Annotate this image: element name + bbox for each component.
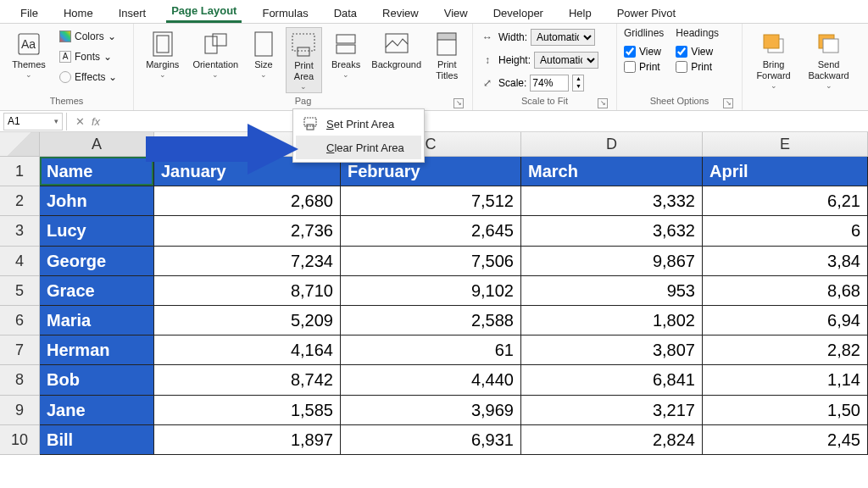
cell[interactable]: March xyxy=(521,157,703,186)
tab-help[interactable]: Help xyxy=(564,3,597,23)
tab-formulas[interactable]: Formulas xyxy=(257,3,313,23)
row-header[interactable]: 2 xyxy=(0,186,40,216)
cell[interactable]: 7,512 xyxy=(341,186,521,216)
cancel-icon[interactable]: ✕ xyxy=(75,115,85,128)
print-area-button[interactable]: Print Area⌄ xyxy=(286,27,323,93)
sheet-options-launcher[interactable]: ↘ xyxy=(723,98,733,108)
clear-print-area-item[interactable]: Clear Print Area xyxy=(296,136,421,159)
cell[interactable]: 3,807 xyxy=(521,336,703,365)
cell[interactable]: 6,931 xyxy=(341,425,521,455)
height-select[interactable]: Automatic xyxy=(534,52,598,69)
cell[interactable]: 2,736 xyxy=(154,216,341,246)
cell[interactable]: 2,824 xyxy=(521,425,703,455)
orientation-button[interactable]: Orientation⌄ xyxy=(190,27,242,93)
row-header[interactable]: 8 xyxy=(0,365,40,395)
cell[interactable]: Herman xyxy=(40,336,154,365)
name-box[interactable]: A1▾ xyxy=(3,113,63,130)
cell[interactable]: 2,588 xyxy=(341,306,521,336)
tab-data[interactable]: Data xyxy=(329,3,362,23)
cell[interactable]: 953 xyxy=(521,276,703,306)
tab-home[interactable]: Home xyxy=(58,3,98,23)
cell[interactable]: Bob xyxy=(40,365,154,395)
scale-input[interactable] xyxy=(530,75,569,92)
cell[interactable]: 61 xyxy=(341,336,521,365)
cell[interactable]: Jane xyxy=(40,396,154,425)
cell[interactable]: Maria xyxy=(40,306,154,336)
tab-power-pivot[interactable]: Power Pivot xyxy=(612,3,681,23)
breaks-button[interactable]: Breaks⌄ xyxy=(327,27,364,93)
headings-print-checkbox[interactable] xyxy=(676,61,687,73)
margins-button[interactable]: Margins⌄ xyxy=(141,27,185,93)
size-button[interactable]: Size⌄ xyxy=(247,27,281,93)
cell[interactable]: 8,742 xyxy=(154,365,341,395)
fx-icon[interactable]: fx xyxy=(92,115,100,128)
row-header[interactable]: 6 xyxy=(0,306,40,336)
tab-developer[interactable]: Developer xyxy=(488,3,548,23)
colors-button[interactable]: Colors ⌄ xyxy=(56,27,120,46)
cell[interactable]: 1,585 xyxy=(154,396,341,425)
cell[interactable]: George xyxy=(40,247,154,276)
width-select[interactable]: Automatic xyxy=(531,29,595,46)
bring-forward-button[interactable]: Bring Forward⌄ xyxy=(749,27,798,93)
tab-page-layout[interactable]: Page Layout xyxy=(166,1,242,23)
col-header-D[interactable]: D xyxy=(521,132,703,156)
gridlines-view-checkbox[interactable] xyxy=(624,46,636,58)
cell[interactable]: 3,84 xyxy=(703,247,868,276)
cell[interactable]: 1,50 xyxy=(703,396,868,425)
tab-file[interactable]: File xyxy=(15,3,43,23)
cell[interactable]: 8,68 xyxy=(703,276,868,306)
set-print-area-item[interactable]: Set Print Area xyxy=(296,112,421,136)
effects-button[interactable]: Effects ⌄ xyxy=(56,68,120,86)
cell[interactable]: 3,969 xyxy=(341,396,521,425)
cell[interactable]: 1,14 xyxy=(703,365,868,395)
cell[interactable]: 4,440 xyxy=(341,365,521,395)
row-header[interactable]: 7 xyxy=(0,336,40,365)
cell[interactable]: 2,45 xyxy=(703,425,868,455)
tab-view[interactable]: View xyxy=(439,3,473,23)
cell[interactable]: 3,217 xyxy=(521,396,703,425)
row-header[interactable]: 9 xyxy=(0,396,40,425)
tab-insert[interactable]: Insert xyxy=(114,3,152,23)
row-header[interactable]: 5 xyxy=(0,276,40,306)
scale-spinner[interactable]: ▲▼ xyxy=(572,75,584,92)
cell[interactable]: 7,506 xyxy=(341,247,521,276)
select-all-corner[interactable] xyxy=(0,132,40,156)
print-titles-button[interactable]: Print Titles xyxy=(428,27,465,93)
cell[interactable]: 7,234 xyxy=(154,247,341,276)
fonts-button[interactable]: AFonts ⌄ xyxy=(56,47,120,66)
cell[interactable]: 6 xyxy=(703,216,868,246)
cell[interactable]: 9,867 xyxy=(521,247,703,276)
themes-button[interactable]: Aa Themes⌄ xyxy=(7,27,51,93)
cell[interactable]: 5,209 xyxy=(154,306,341,336)
cell[interactable]: 1,802 xyxy=(521,306,703,336)
cell[interactable]: 3,332 xyxy=(521,186,703,216)
background-button[interactable]: Background xyxy=(370,27,423,93)
cell[interactable]: 3,632 xyxy=(521,216,703,246)
cell[interactable]: Lucy xyxy=(40,216,154,246)
cell[interactable]: 9,102 xyxy=(341,276,521,306)
row-header[interactable]: 4 xyxy=(0,247,40,276)
cell[interactable]: 4,164 xyxy=(154,336,341,365)
row-header[interactable]: 1 xyxy=(0,157,40,186)
col-header-E[interactable]: E xyxy=(703,132,868,156)
cell[interactable]: Bill xyxy=(40,425,154,455)
cell[interactable]: 2,645 xyxy=(341,216,521,246)
cell[interactable]: 8,710 xyxy=(154,276,341,306)
gridlines-print-checkbox[interactable] xyxy=(624,61,636,73)
cell[interactable]: April xyxy=(703,157,868,186)
cell[interactable]: Name xyxy=(40,157,154,186)
send-backward-button[interactable]: Send Backward⌄ xyxy=(803,27,854,93)
cell[interactable]: 6,841 xyxy=(521,365,703,395)
scale-launcher[interactable]: ↘ xyxy=(598,98,608,108)
cell[interactable]: John xyxy=(40,186,154,216)
col-header-A[interactable]: A xyxy=(40,132,154,156)
cell[interactable]: 1,897 xyxy=(154,425,341,455)
page-setup-launcher[interactable]: ↘ xyxy=(453,98,464,108)
cell[interactable]: 2,680 xyxy=(154,186,341,216)
cell[interactable]: 6,21 xyxy=(703,186,868,216)
cell[interactable]: Grace xyxy=(40,276,154,306)
row-header[interactable]: 3 xyxy=(0,216,40,246)
cell[interactable]: 6,94 xyxy=(703,306,868,336)
cell[interactable]: 2,82 xyxy=(703,336,868,365)
headings-view-checkbox[interactable] xyxy=(676,46,687,58)
